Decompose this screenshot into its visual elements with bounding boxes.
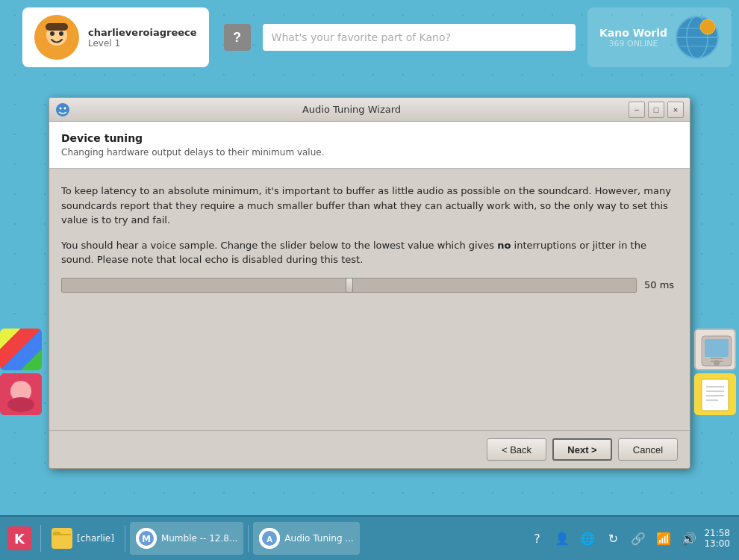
taskbar-globe-icon[interactable]: 🌐 <box>577 528 598 549</box>
dialog-para2: You should hear a voice sample. Change t… <box>61 238 678 267</box>
clock-date: 13:00 <box>704 538 730 549</box>
svg-point-2 <box>50 31 54 36</box>
slider-value-label: 50 ms <box>644 279 678 290</box>
dialog-header-subtitle: Changing hardware output delays to their… <box>61 147 678 158</box>
svg-rect-4 <box>46 23 68 31</box>
maximize-button[interactable]: □ <box>648 102 664 118</box>
svg-point-28 <box>56 103 69 116</box>
user-profile: charlieveroiagreece Level 1 <box>22 7 209 67</box>
audio-icon: A <box>259 528 280 549</box>
dialog-titlebar: Audio Tuning Wizard − □ × <box>49 98 690 122</box>
side-apps-left <box>0 329 45 415</box>
window-controls: − □ × <box>629 102 684 118</box>
taskbar-refresh-icon[interactable]: ↻ <box>602 528 623 549</box>
app-icon-colorful[interactable] <box>0 329 42 370</box>
pink-app-svg <box>0 373 42 415</box>
dialog-header-title: Device tuning <box>61 132 678 144</box>
tablet-app-svg <box>696 330 736 370</box>
svg-point-15 <box>7 397 34 412</box>
taskbar-help-icon[interactable]: ? <box>526 528 547 549</box>
mumble-label: Mumble -- 12.8... <box>161 533 237 544</box>
para2-before: You should hear a voice sample. Change t… <box>61 240 497 251</box>
taskbar-audio[interactable]: A Audio Tuning ... <box>253 522 359 555</box>
svg-text:A: A <box>266 535 272 544</box>
taskbar-separator-1 <box>40 525 41 552</box>
dialog-header: Device tuning Changing hardware output d… <box>49 122 690 169</box>
question-button[interactable]: ? <box>224 24 251 51</box>
minimize-button[interactable]: − <box>629 102 645 118</box>
avatar-svg <box>38 19 75 56</box>
kano-world-online: 369 ONLINE <box>599 39 667 49</box>
search-placeholder: What's your favorite part of Kano? <box>272 31 451 43</box>
svg-point-30 <box>64 107 66 109</box>
audio-taskbar-icon: A <box>259 528 280 549</box>
kano-globe-icon <box>675 15 720 60</box>
mumble-icon: M <box>136 528 157 549</box>
back-button[interactable]: < Back <box>487 438 546 461</box>
kano-world-text: Kano World 369 ONLINE <box>599 27 667 49</box>
clock-area: 21:58 13:00 <box>704 528 736 549</box>
cancel-button[interactable]: Cancel <box>618 438 678 461</box>
top-bar: charlieveroiagreece Level 1 ? What's you… <box>0 0 739 75</box>
app-icon-note[interactable] <box>694 373 736 415</box>
app-icon-pink[interactable] <box>0 373 42 415</box>
dialog-window: Audio Tuning Wizard − □ × Device tuning … <box>49 97 690 469</box>
taskbar: K [charlie] M Mumble -- 12.8... <box>0 515 739 560</box>
dialog-title-icon <box>55 102 70 117</box>
user-level: Level 1 <box>88 38 197 49</box>
taskbar-volume-icon[interactable]: 🔊 <box>679 528 699 549</box>
side-apps-right <box>694 329 739 415</box>
folder-taskbar-icon <box>52 528 72 549</box>
taskbar-right: ? 👤 🌐 ↻ 🔗 📶 🔊 21:58 13:00 <box>526 528 736 549</box>
app-icon-tablet[interactable] <box>694 329 736 370</box>
clock-time: 21:58 <box>704 528 730 538</box>
charlie-label: [charlie] <box>77 533 114 544</box>
svg-point-29 <box>60 107 62 109</box>
mumble-taskbar-icon: M <box>136 528 157 549</box>
taskbar-separator-3 <box>248 525 249 552</box>
dialog-footer: < Back Next > Cancel <box>49 430 690 468</box>
svg-rect-18 <box>705 339 729 357</box>
next-button[interactable]: Next > <box>552 438 612 461</box>
taskbar-charlie[interactable]: [charlie] <box>46 522 120 555</box>
slider-container: 50 ms <box>61 278 678 293</box>
search-bar: What's your favorite part of Kano? <box>263 24 576 51</box>
dialog-icon <box>55 102 70 117</box>
svg-point-3 <box>59 31 63 36</box>
taskbar-kano[interactable]: K <box>3 522 36 555</box>
folder-icon <box>52 528 72 549</box>
dialog-title: Audio Tuning Wizard <box>75 104 629 115</box>
kano-world: Kano World 369 ONLINE <box>587 7 732 67</box>
avatar <box>34 15 79 60</box>
taskbar-network-icon[interactable]: 📶 <box>653 528 674 549</box>
main-content: Audio Tuning Wizard − □ × Device tuning … <box>0 75 739 515</box>
user-name: charlieveroiagreece <box>88 27 197 38</box>
svg-text:M: M <box>142 534 151 544</box>
dialog-body: To keep latency to an absolute minimum, … <box>49 169 690 430</box>
svg-rect-31 <box>53 534 71 547</box>
note-app-svg <box>694 373 736 415</box>
latency-slider[interactable] <box>61 278 637 293</box>
kano-taskbar-icon: K <box>7 526 31 550</box>
taskbar-user-icon[interactable]: 👤 <box>552 528 573 549</box>
taskbar-link-icon[interactable]: 🔗 <box>628 528 649 549</box>
audio-label: Audio Tuning ... <box>284 533 353 544</box>
para2-bold: no <box>497 240 511 251</box>
kano-world-title: Kano World <box>599 27 667 39</box>
close-button[interactable]: × <box>667 102 684 118</box>
taskbar-mumble[interactable]: M Mumble -- 12.8... <box>130 522 243 555</box>
taskbar-separator-2 <box>125 525 125 552</box>
dialog-para1: To keep latency to an absolute minimum, … <box>61 184 678 228</box>
user-info: charlieveroiagreece Level 1 <box>88 27 197 49</box>
svg-rect-23 <box>702 379 729 411</box>
